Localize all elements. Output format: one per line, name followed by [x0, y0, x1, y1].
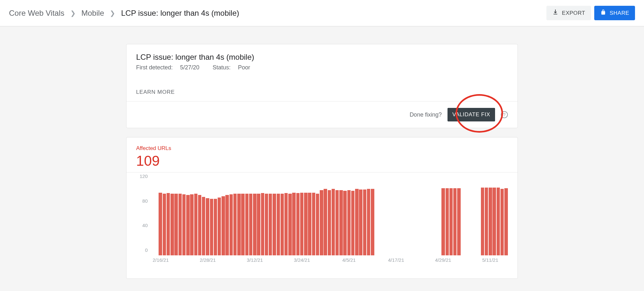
chart-bar [351, 191, 354, 255]
chart-bar [230, 194, 233, 255]
chart-bar [225, 195, 229, 255]
breadcrumb: Core Web Vitals ❯ Mobile ❯ LCP issue: lo… [9, 9, 239, 18]
chart-wrap: 04080120 2/16/212/28/213/12/213/24/214/5… [126, 172, 518, 278]
export-button[interactable]: EXPORT [546, 6, 591, 20]
chart-bar [288, 194, 292, 255]
x-tick: 2/28/21 [200, 257, 216, 263]
issue-card: LCP issue: longer than 4s (mobile) First… [126, 44, 518, 128]
chart-bar [174, 194, 178, 255]
download-icon [552, 9, 559, 17]
chart-bar [446, 188, 449, 255]
chart-bar [163, 194, 166, 255]
chart-bar [245, 194, 248, 255]
chart-bar [347, 190, 351, 255]
x-tick: 3/12/21 [247, 257, 263, 263]
y-tick: 0 [145, 247, 148, 253]
chart-bar [355, 189, 358, 255]
issue-card-footer: Done fixing? VALIDATE FIX ? [126, 101, 518, 128]
chart-bar [249, 194, 252, 255]
share-button[interactable]: SHARE [594, 6, 635, 20]
chart-bar [367, 189, 370, 255]
chart-bar [292, 193, 295, 256]
chart-bar [257, 194, 260, 255]
chart-card: Affected URLs 109 04080120 2/16/212/28/2… [126, 137, 518, 279]
topbar-actions: EXPORT SHARE [546, 6, 635, 20]
chart-bar [237, 194, 240, 255]
breadcrumb-mid[interactable]: Mobile [82, 9, 104, 18]
done-fixing-label: Done fixing? [410, 111, 442, 118]
x-tick: 4/29/21 [435, 257, 451, 263]
chart-bar [198, 195, 201, 255]
issue-title: LCP issue: longer than 4s (mobile) [136, 53, 508, 62]
top-bar: Core Web Vitals ❯ Mobile ❯ LCP issue: lo… [0, 0, 644, 26]
chart-bar [261, 193, 264, 255]
content: LCP issue: longer than 4s (mobile) First… [126, 44, 518, 279]
chart-bar [441, 188, 445, 255]
chart-bar [335, 190, 339, 255]
chart-bar [328, 190, 331, 255]
chart-bar [316, 194, 319, 255]
chart-bar [485, 188, 488, 255]
chart-bar [277, 194, 280, 255]
chart-bar [339, 190, 343, 255]
affected-urls-count: 109 [136, 153, 508, 169]
chart-bar [241, 194, 244, 255]
chart-bar [304, 193, 307, 256]
chart-bar [312, 193, 315, 256]
breadcrumb-root[interactable]: Core Web Vitals [9, 9, 65, 18]
chart-bar [489, 188, 492, 255]
chart-bar [194, 194, 197, 255]
chart-bar [500, 189, 504, 255]
chart-bar [492, 188, 496, 255]
chart-bar [218, 198, 221, 255]
chart-bar [320, 190, 323, 255]
validate-fix-button[interactable]: VALIDATE FIX [448, 108, 495, 121]
chart-bar [481, 188, 484, 255]
share-label: SHARE [610, 10, 629, 16]
chart-bar [190, 194, 193, 255]
chart-bar [233, 194, 237, 255]
chart-bar [504, 188, 508, 255]
first-detected-label: First detected: [136, 64, 173, 71]
x-tick: 4/5/21 [342, 257, 356, 263]
chart-bar [222, 196, 225, 255]
export-label: EXPORT [562, 10, 585, 16]
chart-bar [343, 191, 346, 255]
y-axis: 04080120 [136, 181, 151, 255]
lock-icon [600, 9, 606, 17]
x-tick: 3/24/21 [294, 257, 310, 263]
chart-bar [449, 188, 453, 255]
first-detected-value: 5/27/20 [180, 64, 199, 71]
chart-bar [206, 198, 209, 255]
x-tick: 2/16/21 [153, 257, 169, 263]
help-icon[interactable]: ? [501, 111, 508, 118]
chart-bar [214, 199, 217, 255]
chart-bar [253, 194, 256, 255]
chart-bar [332, 189, 335, 255]
chart-bar [210, 199, 213, 255]
chart-bar [202, 197, 205, 255]
chart-bar [281, 194, 284, 255]
chart-bar [186, 195, 189, 255]
chart-bars [151, 181, 508, 255]
chart-bar [371, 189, 374, 255]
status-value: Poor [238, 64, 250, 71]
chart-bar [296, 193, 300, 255]
chart-bar [453, 188, 457, 255]
y-tick: 40 [142, 223, 148, 228]
chart-bar [273, 194, 276, 255]
breadcrumb-leaf: LCP issue: longer than 4s (mobile) [121, 9, 239, 18]
issue-card-header: LCP issue: longer than 4s (mobile) First… [126, 44, 518, 101]
chart-bar [170, 194, 174, 255]
chart-bar [265, 194, 268, 255]
chart-bar [159, 193, 162, 256]
chart-bar [308, 193, 311, 256]
y-tick: 80 [142, 198, 148, 203]
chart-title-area: Affected URLs 109 [126, 137, 518, 172]
learn-more-link[interactable]: LEARN MORE [136, 89, 508, 95]
chart-bar [324, 189, 327, 255]
chevron-right-icon: ❯ [70, 9, 76, 17]
chart-bar [167, 193, 170, 255]
chart-bar [363, 190, 366, 255]
chart-bar [269, 194, 272, 255]
